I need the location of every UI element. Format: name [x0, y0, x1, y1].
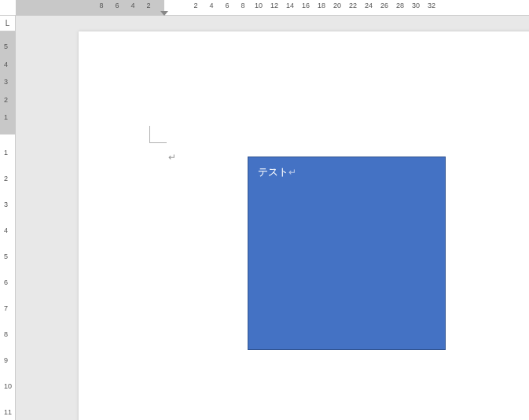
- tab-type-selector[interactable]: L: [0, 16, 16, 31]
- v-ruler-tick: 3: [4, 78, 8, 86]
- v-ruler-tick: 1: [4, 113, 8, 121]
- h-ruler-tick: 6: [115, 2, 119, 9]
- h-ruler-tick: 8: [241, 2, 244, 9]
- h-ruler-tick: 2: [193, 2, 197, 9]
- document-canvas[interactable]: ↵ テスト↵: [16, 16, 529, 420]
- paragraph-mark-icon: ↵: [168, 152, 176, 163]
- h-ruler-tick: 4: [209, 2, 213, 9]
- v-ruler-tick: 8: [4, 330, 8, 338]
- h-ruler-tick: 20: [333, 2, 341, 9]
- v-ruler-tick: 5: [4, 252, 8, 260]
- v-ruler-tick: 3: [4, 201, 8, 208]
- text-box-shape[interactable]: テスト↵: [248, 157, 446, 350]
- h-ruler-tick: 24: [365, 2, 373, 9]
- v-ruler-tick: 2: [4, 175, 8, 182]
- paragraph-mark-icon: ↵: [288, 167, 296, 178]
- shape-text[interactable]: テスト: [258, 166, 288, 178]
- vertical-ruler[interactable]: 54321123456789101112131415: [0, 31, 16, 420]
- v-ruler-tick: 2: [4, 96, 8, 104]
- h-ruler-tick: 32: [428, 2, 435, 9]
- h-ruler-tick: 18: [318, 2, 325, 9]
- h-ruler-tick: 10: [255, 2, 263, 9]
- h-ruler-tick: 12: [270, 2, 278, 9]
- h-ruler-tick: 26: [380, 2, 388, 9]
- v-ruler-tick: 4: [4, 227, 8, 234]
- v-ruler-tick: 5: [4, 42, 8, 50]
- h-ruler-tick: 28: [396, 2, 404, 9]
- h-ruler-tick: 14: [286, 2, 294, 9]
- tab-type-icon: L: [6, 19, 10, 28]
- margin-corner-mark-icon: [149, 126, 167, 143]
- h-ruler-tick: 2: [146, 2, 150, 9]
- h-ruler-tick: 30: [412, 2, 420, 9]
- v-ruler-tick: 1: [4, 149, 8, 157]
- horizontal-ruler-margin: [16, 0, 164, 16]
- h-ruler-tick: 8: [99, 2, 103, 9]
- h-ruler-tick: 4: [130, 2, 134, 9]
- v-ruler-tick: 7: [4, 304, 8, 312]
- v-ruler-tick: 6: [4, 278, 8, 286]
- v-ruler-tick: 10: [4, 382, 12, 390]
- v-ruler-tick: 11: [4, 408, 12, 416]
- v-ruler-tick: 4: [4, 61, 8, 68]
- h-ruler-tick: 16: [302, 2, 310, 9]
- v-ruler-tick: 9: [4, 356, 8, 364]
- page[interactable]: ↵ テスト↵: [79, 31, 529, 420]
- h-ruler-tick: 22: [349, 2, 357, 9]
- horizontal-ruler[interactable]: 86422468101214161820222426283032: [0, 0, 529, 16]
- h-ruler-tick: 6: [225, 2, 229, 9]
